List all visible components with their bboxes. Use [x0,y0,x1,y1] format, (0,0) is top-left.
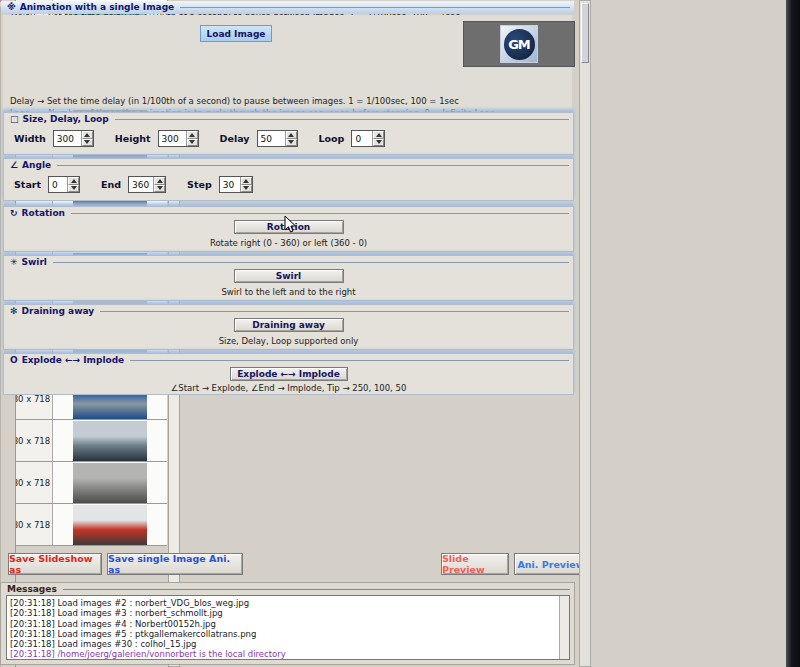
spin-up-icon[interactable] [82,131,93,139]
size-delay-loop-section: □ Size, Delay, Loop Width 300 Height 300 [3,112,574,155]
spin-up-icon[interactable] [373,131,384,139]
draining-icon: ✻ [10,306,18,316]
preview-cell [53,462,167,503]
slide-preview-button[interactable]: Slide Preview [441,553,509,575]
preview-thumbnail-sun-over-sea[interactable] [73,421,147,461]
spin-up-icon[interactable] [68,177,79,185]
delay-label: Delay [220,133,250,144]
spin-down-icon[interactable] [286,139,297,147]
spin-down-icon[interactable] [82,139,93,147]
desktop-edge [786,0,800,667]
single-image-group: ※ Animation with a single Image Load Ima… [0,0,2,2]
swirl-section: ✳ Swirl Swirl Swirl to the left and to t… [3,255,574,301]
height-label: Height [115,133,151,144]
spin-down-icon[interactable] [68,185,79,193]
log-line: [20:31:18] Load images #2 : norbert_VDG_… [10,598,557,608]
messages-scrollbar[interactable] [559,596,569,659]
spin-down-icon[interactable] [187,139,198,147]
messages-log[interactable]: [20:31:18] Load images #2 : norbert_VDG_… [6,595,570,660]
log-line: [20:31:18] /home/joerg/galerien/vonnorbe… [10,649,557,659]
log-line: [20:31:18] Load images #4 : Norbert00152… [10,619,557,629]
draining-section: ✻ Draining away Draining away Size, Dela… [3,304,574,350]
scrollbar-thumb[interactable] [581,3,589,63]
log-line: [20:31:18] Load images #5 : ptkgallemake… [10,629,557,639]
log-line: [20:31:18] Load images #3 : norbert_schm… [10,608,557,618]
swirl-caption: Swirl to the left and to the right [4,287,573,297]
preview-cell [53,504,167,545]
width-spinner[interactable]: 300 [53,130,94,147]
spin-up-icon[interactable] [286,131,297,139]
spin-down-icon[interactable] [241,185,252,193]
angle-icon: ∠ [10,160,18,170]
swirl-button[interactable]: Swirl [234,269,344,283]
swirl-section-title: Swirl [22,257,47,267]
spin-up-icon[interactable] [154,177,165,185]
angle-section-title: Angle [22,160,51,170]
save-slideshow-button[interactable]: Save Slideshow as [8,553,102,575]
single-image-top-area: Load Image GM Delay → Set the time delay… [3,15,572,110]
gm-logo-frame: GM [463,21,575,67]
end-label: End [101,179,121,190]
mouse-cursor-icon [284,215,297,234]
angle-spinner-row: Start 0 End 360 Step 30 [14,176,253,193]
angle-section: ∠ Angle Start 0 End 360 Step [3,158,574,201]
preview-thumbnail-red-machinery[interactable] [73,505,147,545]
start-spinner[interactable]: 0 [48,176,80,193]
checkbox-icon[interactable]: □ [10,114,19,124]
action-bar: Save Slideshow as Save single Image Ani.… [0,551,575,578]
gm-logo-icon: GM [500,25,538,63]
info-line-delay: Delay → Set the time delay (in 1/100th o… [10,96,495,108]
step-label: Step [187,179,212,190]
load-image-button[interactable]: Load Image [200,25,272,42]
explode-section: O Explode ←→ Implode Explode ←→ Implode … [3,353,574,395]
save-single-image-button[interactable]: Save single Image Ani. as [107,553,243,575]
single-image-titlebar: ※ Animation with a single Image [1,1,574,14]
loop-spinner[interactable]: 0 [351,130,385,147]
size-spinner-row: Width 300 Height 300 Delay 50 [14,130,385,147]
delay-spinner[interactable]: 50 [257,130,298,147]
rotation-section-title: Rotation [22,208,65,218]
spin-up-icon[interactable] [241,177,252,185]
right-panel-scrollbar[interactable] [579,0,591,667]
start-label: Start [14,179,41,190]
spin-down-icon[interactable] [373,139,384,147]
table-row[interactable]: 1280 x 718 [0,420,167,462]
messages-title: Messages [7,584,57,594]
preview-thumbnail-concrete-building[interactable] [73,463,147,503]
film-icon: ※ [7,2,16,12]
swirl-icon: ✳ [10,257,18,267]
size-section-title: Size, Delay, Loop [23,114,109,124]
explode-caption: ∠Start → Explode, ∠End → Implode, Tip → … [4,383,573,393]
table-row[interactable]: 1280 x 718 [0,462,167,504]
explode-implode-button[interactable]: Explode ←→ Implode [230,367,348,381]
step-spinner[interactable]: 30 [219,176,253,193]
spin-up-icon[interactable] [187,131,198,139]
rotation-icon: ↻ [10,208,18,218]
rotation-caption: Rotate right (0 - 360) or left (360 - 0) [4,238,573,248]
spin-down-icon[interactable] [154,185,165,193]
height-spinner[interactable]: 300 [158,130,199,147]
single-image-title: Animation with a single Image [20,2,174,12]
explode-icon: O [10,355,18,365]
draining-caption: Size, Delay, Loop supported only [4,336,573,346]
ani-preview-button[interactable]: Ani. Preview [514,553,588,575]
draining-section-title: Draining away [22,306,95,316]
preview-cell [53,420,167,461]
app-window: ▣ ↺ Dimension Preview 1280 x 8531280 x 7… [0,0,800,667]
table-row[interactable]: 1280 x 718 [0,504,167,546]
draining-away-button[interactable]: Draining away [234,318,344,332]
explode-section-title: Explode ←→ Implode [22,355,125,365]
log-line: [20:31:18] Load images #30 : colhol_15.j… [10,639,557,649]
loop-label: Loop [319,133,345,144]
end-spinner[interactable]: 360 [128,176,166,193]
messages-group: Messages [20:31:18] Load images #2 : nor… [0,582,575,665]
width-label: Width [14,133,46,144]
